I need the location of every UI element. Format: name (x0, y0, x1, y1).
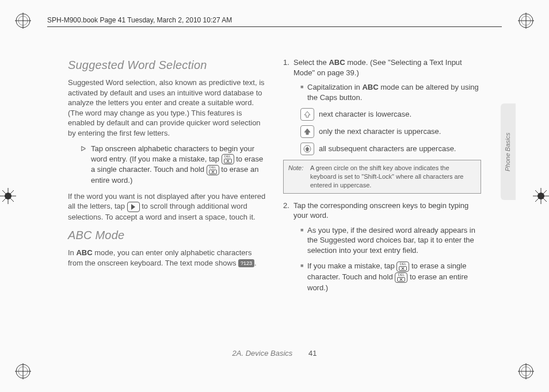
sub-bullet-mistake: ■ If you make a mistake, tap DEL to eras… (300, 261, 481, 293)
square-bullet-icon: ■ (300, 82, 307, 102)
note-text: A green circle on the shift key above in… (310, 164, 476, 190)
sub-bullet-suggested-word: ■ As you type, if the desired word alrea… (300, 225, 481, 256)
step-number: 1. (283, 57, 293, 78)
step-1: 1. Select the ABC mode. (See "Selecting … (283, 57, 481, 78)
text: mode, you can enter only alphabetic char… (68, 248, 251, 267)
delete-key-icon: DEL (396, 262, 409, 272)
shift-state-single-upper: only the next character is uppercase. (300, 125, 481, 138)
bullet-tap-characters: ᐅ Tap onscreen alphabetic characters to … (81, 144, 266, 185)
step-number: 2. (283, 201, 293, 221)
heading-abc-mode: ABC Mode (68, 228, 266, 243)
para-intro: Suggested Word selection, also known as … (68, 78, 266, 138)
registration-mark-icon (15, 13, 31, 29)
square-bullet-icon: ■ (300, 261, 307, 293)
shift-state-lowercase: next character is lowercase. (300, 108, 481, 121)
scroll-right-icon (127, 202, 140, 212)
side-tab: Phone Basics (501, 103, 516, 200)
square-bullet-icon: ■ (300, 225, 307, 256)
delete-key-icon: DEL (395, 272, 407, 283)
note-box: Note: A green circle on the shift key ab… (283, 160, 481, 194)
shift-key-icon (300, 143, 314, 155)
sub-bullet-capitalization: ■ Capitalization in ABC mode can be alte… (300, 82, 481, 102)
shift-key-icon (300, 108, 314, 121)
registration-mark-icon (518, 363, 534, 379)
step-2: 2. Tap the corresponding onscreen keys t… (283, 201, 481, 221)
side-tab-label: Phone Basics (504, 132, 513, 171)
delete-key-icon: DEL (207, 165, 219, 175)
text: Capitalization in (307, 83, 362, 91)
page-header: SPH-M900.book Page 41 Tuesday, March 2, … (47, 16, 502, 27)
page-number: 41 (308, 349, 317, 358)
arrow-bullet-icon: ᐅ (81, 144, 91, 185)
delete-key-icon: DEL (222, 154, 234, 164)
text: Select the (293, 58, 329, 67)
text: only the next character is uppercase. (319, 126, 441, 137)
registration-mark-icon (15, 363, 31, 379)
text: As you type, if the desired word already… (307, 225, 481, 256)
content-area: Suggested Word Selection Suggested Word … (68, 57, 481, 351)
abc-bold: ABC (76, 248, 92, 257)
shift-key-icon (300, 125, 314, 138)
text: . (254, 259, 257, 267)
page-footer: 2A. Device Basics 41 (0, 348, 549, 359)
right-column: 1. Select the ABC mode. (See "Selecting … (283, 57, 481, 351)
crop-mark-icon (0, 188, 16, 204)
text: all subsequent characters are uppercase. (319, 144, 456, 154)
text: Tap the corresponding onscreen keys to b… (293, 201, 481, 221)
text: next character is lowercase. (319, 109, 411, 120)
abc-bold: ABC (362, 83, 378, 91)
para-abc-mode: In ABC mode, you can enter only alphabet… (68, 248, 266, 268)
heading-suggested-word: Suggested Word Selection (68, 57, 266, 73)
left-column: Suggested Word Selection Suggested Word … (68, 57, 266, 351)
registration-mark-icon (518, 13, 534, 29)
para-scroll: If the word you want is not displayed af… (68, 191, 266, 222)
text: If you make a mistake, tap (307, 262, 396, 270)
shift-state-lock: all subsequent characters are uppercase. (300, 143, 481, 155)
text-mode-icon: ?123 (238, 259, 254, 267)
crop-mark-icon (533, 188, 549, 204)
footer-section: 2A. Device Basics (232, 349, 293, 358)
note-label: Note: (288, 164, 310, 190)
text: In (68, 248, 76, 257)
abc-bold: ABC (329, 58, 345, 67)
